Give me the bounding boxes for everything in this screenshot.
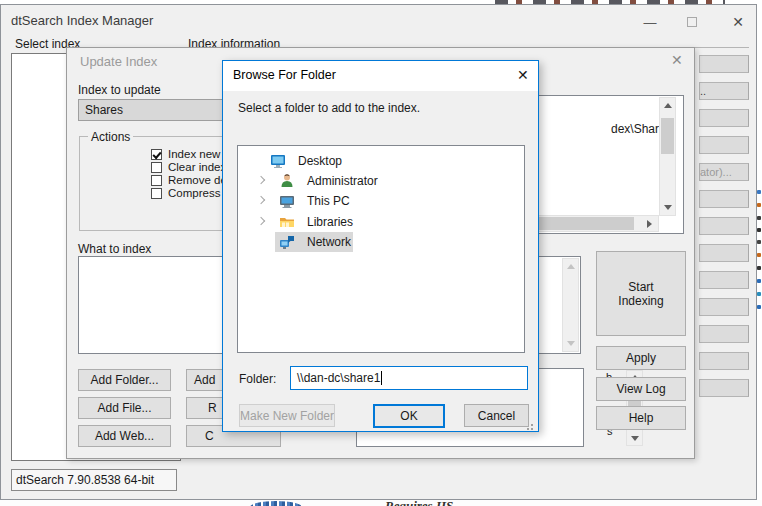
chevron-right-icon[interactable] (257, 176, 265, 184)
checkbox-checked-icon (151, 149, 162, 160)
main-command-button[interactable] (699, 190, 749, 208)
start-indexing-button[interactable]: Start Indexing (596, 251, 686, 336)
view-log-button[interactable]: View Log (596, 377, 686, 401)
background-webpage-strip: Requires IIS (0, 500, 762, 506)
status-text: dtSearch 7.90.8538 64-bit (16, 473, 154, 487)
edge-fragment (757, 266, 761, 270)
scroll-down-icon[interactable] (567, 341, 575, 346)
main-command-button[interactable]: .. (699, 82, 749, 100)
text-caret (381, 371, 382, 385)
edge-fragment (757, 190, 761, 194)
webpage-text: Requires IIS (385, 500, 453, 506)
apply-button[interactable]: Apply (596, 346, 686, 370)
close-icon[interactable]: ✕ (723, 11, 753, 33)
add-folder-button[interactable]: Add Folder... (78, 369, 171, 391)
computer-icon (279, 193, 295, 209)
actions-label: Actions (88, 130, 133, 144)
main-command-button[interactable] (699, 271, 749, 289)
edge-fragment (757, 240, 761, 244)
main-command-button[interactable]: ator)... (699, 163, 749, 181)
scroll-up-icon[interactable] (567, 264, 575, 269)
chevron-right-icon[interactable] (257, 196, 265, 204)
add-file-button[interactable]: Add File... (78, 397, 171, 419)
status-bar: dtSearch 7.90.8538 64-bit (11, 469, 177, 491)
folder-label: Folder: (239, 372, 276, 386)
tree-item-libraries[interactable]: Libraries (238, 212, 524, 232)
window-title: dtSearch Index Manager (11, 13, 153, 28)
desktop-icon (270, 153, 286, 169)
tree-item-this-pc[interactable]: This PC (238, 191, 524, 211)
main-command-button[interactable] (699, 325, 749, 343)
libraries-icon (279, 214, 295, 230)
vertical-scrollbar[interactable] (659, 97, 676, 216)
main-command-button[interactable] (699, 109, 749, 127)
checkbox-icon (151, 175, 162, 186)
index-to-update-label: Index to update (78, 83, 161, 97)
webpage-logo (250, 501, 302, 506)
scrollbar[interactable] (562, 258, 579, 352)
folder-input-value: \\dan-dc\share1 (297, 371, 380, 385)
main-command-button[interactable] (699, 244, 749, 262)
chevron-right-icon[interactable] (257, 217, 265, 225)
main-command-button[interactable] (699, 136, 749, 154)
tree-item-desktop[interactable]: Desktop (238, 151, 524, 171)
edge-fragment (757, 253, 761, 257)
tree-item-administrator[interactable]: Administrator (238, 171, 524, 191)
tree-item-network[interactable]: Network (238, 232, 524, 252)
edge-fragment (757, 203, 761, 207)
user-icon (279, 173, 295, 189)
edge-fragment (757, 305, 761, 309)
browse-prompt: Select a folder to add to the index. (238, 101, 420, 115)
help-button[interactable]: Help (596, 406, 686, 430)
folder-tree: Desktop Administrator This PC (237, 145, 525, 353)
edge-fragment (757, 279, 761, 283)
scroll-down-icon[interactable] (631, 436, 639, 441)
make-new-folder-button[interactable]: Make New Folder (239, 404, 335, 427)
main-command-button[interactable] (699, 217, 749, 235)
minimize-button[interactable]: — (635, 11, 665, 33)
dialog-title: Update Index (80, 54, 157, 69)
index-combo-value: Shares (85, 103, 123, 117)
cancel-button[interactable]: Cancel (464, 404, 529, 427)
scroll-right-icon[interactable] (647, 220, 652, 228)
what-to-index-label: What to index (78, 242, 151, 256)
scroll-thumb[interactable] (661, 118, 674, 154)
close-icon[interactable]: ✕ (671, 52, 683, 68)
main-command-button[interactable] (699, 352, 749, 370)
checkbox-icon (151, 162, 162, 173)
ok-button[interactable]: OK (373, 404, 445, 428)
scroll-down-icon[interactable] (664, 205, 672, 210)
network-icon (279, 234, 295, 250)
add-web-button[interactable]: Add Web... (78, 425, 171, 447)
maximize-button[interactable] (677, 11, 707, 33)
dialog-title: Browse For Folder (233, 68, 336, 82)
edge-fragment (757, 292, 761, 296)
browse-for-folder-dialog: Browse For Folder ✕ Select a folder to a… (222, 60, 539, 432)
maximize-icon (687, 17, 697, 27)
edge-fragment (757, 216, 761, 220)
main-command-button[interactable] (699, 55, 749, 73)
scroll-up-icon[interactable] (664, 103, 672, 108)
main-command-button[interactable] (699, 379, 749, 397)
edge-fragment (757, 228, 761, 232)
checkbox-icon (151, 188, 162, 199)
main-command-button[interactable] (699, 298, 749, 316)
folder-input[interactable]: \\dan-dc\share1 (290, 366, 528, 390)
close-icon[interactable]: ✕ (517, 67, 529, 83)
